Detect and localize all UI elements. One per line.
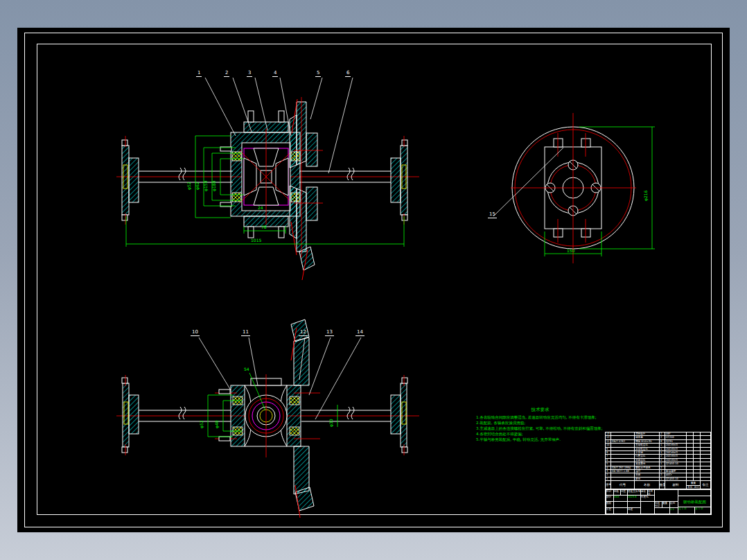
drawing-title: 驱动桥装配图 <box>678 496 712 507</box>
title-block-lower: 标记 处数 分区 更改文件号 签名 年月日 设计 XXX 2023.6 标准化 … <box>605 489 711 514</box>
drawing-number-box <box>654 489 678 502</box>
dim-flange-width: 150 <box>567 249 574 253</box>
dim-d2: φ62 <box>195 182 200 190</box>
note-line: 2.装配前, 各轴承应涂润滑脂; <box>476 420 604 426</box>
callout-2: 2 <box>224 71 229 77</box>
note-line: 1.各齿轮啮合间隙应调整适当, 差速器转动应灵活均匀, 不得有卡滞现象; <box>476 414 604 420</box>
parts-header: 序号 代号 名称 数量 材料 重量 单件总计 备注 <box>605 480 711 489</box>
dim-d3: φ150 <box>204 181 208 191</box>
callout-13: 13 <box>325 330 334 336</box>
plan-view <box>116 320 419 518</box>
dim-plan-d1: φ52 <box>200 420 204 428</box>
notes-title: 技术要求 <box>476 407 604 413</box>
callout-6: 6 <box>345 71 351 77</box>
note-line: 3.主减速器上的各连接螺栓应拧紧, 可靠, 不得松动, 不得有歪斜和偏置现象; <box>476 426 604 431</box>
callout-4: 4 <box>272 71 278 77</box>
dim-flange-outer: φ216 <box>644 191 648 201</box>
callout-11: 11 <box>241 330 250 336</box>
callout-5: 5 <box>315 71 321 77</box>
dim-lead-54: 54 <box>244 367 249 371</box>
callout-12: 12 <box>299 330 308 336</box>
dim-plan-d3: φ30 <box>329 419 333 427</box>
callout-1: 1 <box>196 71 202 77</box>
callout-10: 10 <box>191 330 200 336</box>
dim-cap-width: 78 <box>261 225 267 229</box>
section-view <box>116 78 419 280</box>
dim-plan-d2: φ40 <box>215 420 219 428</box>
dim-overall: 1015 <box>251 238 261 243</box>
callout-15: 15 <box>488 212 497 218</box>
note-line: 5.半轴与桥壳装配后, 平稳, 转动灵活, 无异常噪声. <box>476 437 604 442</box>
flange-view <box>493 113 655 263</box>
drawing-canvas[interactable]: 1 2 3 4 5 6 10 11 12 13 14 15 1015 78 24… <box>17 28 730 532</box>
title-block: 13调整垫片208F 12轴承盖2HT200 11GB/T 5782螺栓 M10… <box>605 432 711 514</box>
technical-notes: 技术要求 1.各齿轮啮合间隙应调整适当, 差速器转动应灵活均匀, 不得有卡滞现象… <box>476 407 604 442</box>
callout-3: 3 <box>247 71 252 77</box>
dim-bolt: 24 <box>258 206 263 210</box>
dim-d1: φ52 <box>187 182 191 190</box>
callout-14: 14 <box>355 330 364 336</box>
dim-d4: φ180 <box>212 181 216 191</box>
note-line: 4.各密封结合面处不得渗漏; <box>476 431 604 437</box>
cad-viewer-window: 1 2 3 4 5 6 10 11 12 13 14 15 1015 78 24… <box>0 0 747 560</box>
